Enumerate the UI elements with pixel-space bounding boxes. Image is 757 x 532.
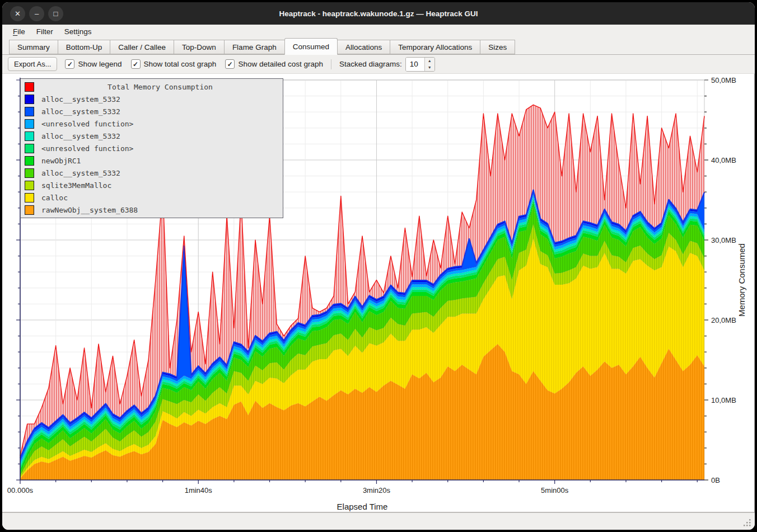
close-icon: ✕ — [15, 10, 21, 17]
x-axis-title: Elapsed Time — [337, 502, 388, 511]
tab-summary[interactable]: Summary — [9, 40, 58, 54]
checkbox-show-total-cost-graph[interactable]: ✓Show total cost graph — [131, 59, 217, 69]
legend-label: alloc__system_5332 — [41, 132, 120, 140]
minimize-button[interactable]: – — [29, 6, 44, 21]
legend-swatch — [25, 119, 34, 129]
checkmark-icon[interactable]: ✓ — [131, 59, 141, 69]
legend-title: Total Memory Consumption — [41, 83, 279, 91]
legend-swatch — [25, 107, 34, 116]
legend-swatch — [25, 144, 34, 153]
y-tick-label: 20,0MB — [711, 316, 736, 324]
legend-title-row: Total Memory Consumption — [21, 81, 283, 93]
legend-swatch — [25, 95, 34, 104]
tab-sizes[interactable]: Sizes — [480, 40, 515, 54]
legend-item: calloc — [21, 191, 283, 204]
status-bar — [2, 512, 755, 530]
toolbar: Export As... ✓Show legend✓Show total cos… — [2, 55, 755, 74]
checkbox-label: Show detailed cost graph — [238, 60, 323, 68]
screen-background: ✕ – □ Heaptrack - heaptrack.wakunode.1.g… — [0, 0, 757, 532]
resize-grip[interactable] — [743, 519, 751, 527]
legend-item: sqlite3MemMalloc — [21, 179, 283, 191]
legend-item: alloc__system_5332 — [21, 130, 283, 142]
legend-swatch — [25, 181, 34, 190]
legend-label: alloc__system_5332 — [41, 169, 120, 177]
y-tick-label: 40,0MB — [711, 156, 736, 164]
toolbar-separator — [331, 59, 331, 69]
close-button[interactable]: ✕ — [10, 6, 25, 21]
checkbox-label: Show legend — [78, 60, 122, 68]
tab-bottom-up[interactable]: Bottom-Up — [58, 40, 110, 54]
spinbox-buttons: ▲ ▼ — [424, 58, 434, 71]
checkbox-show-detailed-cost-graph[interactable]: ✓Show detailed cost graph — [225, 59, 323, 69]
menu-item-filter[interactable]: Filter — [31, 26, 58, 37]
checkmark-icon[interactable]: ✓ — [225, 59, 235, 69]
chart-legend: Total Memory Consumptionalloc__system_53… — [20, 78, 283, 218]
legend-swatch — [25, 131, 34, 141]
spinbox-value[interactable]: 10 — [406, 58, 424, 71]
legend-item: alloc__system_5332 — [21, 105, 283, 117]
legend-item: rawNewObj__system_6388 — [21, 204, 283, 216]
legend-label: <unresolved function> — [41, 120, 133, 128]
title-bar: ✕ – □ Heaptrack - heaptrack.wakunode.1.g… — [2, 2, 755, 25]
checkbox-group: ✓Show legend✓Show total cost graph✓Show … — [65, 59, 323, 69]
maximize-icon: □ — [54, 10, 58, 17]
spinbox-down-arrow[interactable]: ▼ — [425, 64, 434, 71]
checkbox-label: Show total cost graph — [144, 60, 217, 68]
tab-allocations[interactable]: Allocations — [338, 40, 390, 54]
export-as-button[interactable]: Export As... — [8, 57, 57, 71]
window-controls: ✕ – □ — [10, 6, 63, 21]
app-window: ✕ – □ Heaptrack - heaptrack.wakunode.1.g… — [2, 2, 755, 530]
stacked-diagrams-spinbox[interactable]: 10 ▲ ▼ — [405, 57, 435, 72]
y-tick-label: 0B — [711, 476, 720, 484]
legend-swatch — [25, 156, 34, 166]
tab-caller-callee[interactable]: Caller / Callee — [110, 40, 174, 54]
legend-item: <unresolved function> — [21, 117, 283, 130]
legend-label: alloc__system_5332 — [41, 95, 120, 103]
x-tick-label: 5min00s — [541, 486, 569, 495]
legend-swatch — [25, 205, 34, 215]
legend-label: rawNewObj__system_6388 — [41, 206, 138, 214]
menu-item-settings[interactable]: Settings — [59, 26, 97, 37]
legend-label: sqlite3MemMalloc — [41, 181, 111, 190]
legend-label: <unresolved function> — [41, 144, 133, 153]
y-tick-label: 10,0MB — [711, 396, 736, 404]
window-title: Heaptrack - heaptrack.wakunode.1.gz — He… — [2, 10, 755, 18]
legend-item: alloc__system_5332 — [21, 93, 283, 105]
chart-panel: 0B10,0MB20,0MB30,0MB40,0MB50,0MB00.000s1… — [2, 74, 755, 512]
y-tick-label: 30,0MB — [711, 236, 736, 244]
legend-item: <unresolved function> — [21, 142, 283, 154]
legend-swatch — [25, 193, 34, 203]
tab-flame-graph[interactable]: Flame Graph — [224, 40, 284, 54]
minimize-icon: – — [35, 10, 39, 17]
spinbox-up-arrow[interactable]: ▲ — [425, 58, 434, 64]
x-tick-label: 3min20s — [363, 486, 391, 495]
legend-item: newObjRC1 — [21, 154, 283, 167]
series-areas — [20, 190, 704, 480]
x-tick-label: 00.000s — [7, 486, 34, 495]
legend-swatch — [25, 168, 34, 178]
y-axis-title: Memory Consumed — [737, 243, 746, 317]
legend-label: calloc — [41, 194, 68, 202]
legend-item: alloc__system_5332 — [21, 167, 283, 179]
tab-temporary-allocations[interactable]: Temporary Allocations — [390, 40, 480, 54]
maximize-button[interactable]: □ — [48, 6, 63, 21]
menu-item-file[interactable]: File — [8, 26, 30, 37]
legend-label: newObjRC1 — [41, 157, 81, 165]
tab-top-down[interactable]: Top-Down — [174, 40, 224, 54]
legend-label: alloc__system_5332 — [41, 107, 120, 116]
checkmark-icon[interactable]: ✓ — [65, 59, 74, 69]
tab-bar: SummaryBottom-UpCaller / CalleeTop-DownF… — [2, 38, 755, 55]
y-tick-label: 50,0MB — [711, 76, 736, 84]
x-tick-label: 1min40s — [185, 486, 213, 495]
tab-consumed[interactable]: Consumed — [284, 38, 338, 55]
legend-swatch-total — [25, 82, 34, 92]
menu-bar: FileFilterSettings — [2, 25, 755, 38]
stacked-diagrams-label: Stacked diagrams: — [339, 60, 402, 68]
checkbox-show-legend[interactable]: ✓Show legend — [65, 59, 122, 69]
